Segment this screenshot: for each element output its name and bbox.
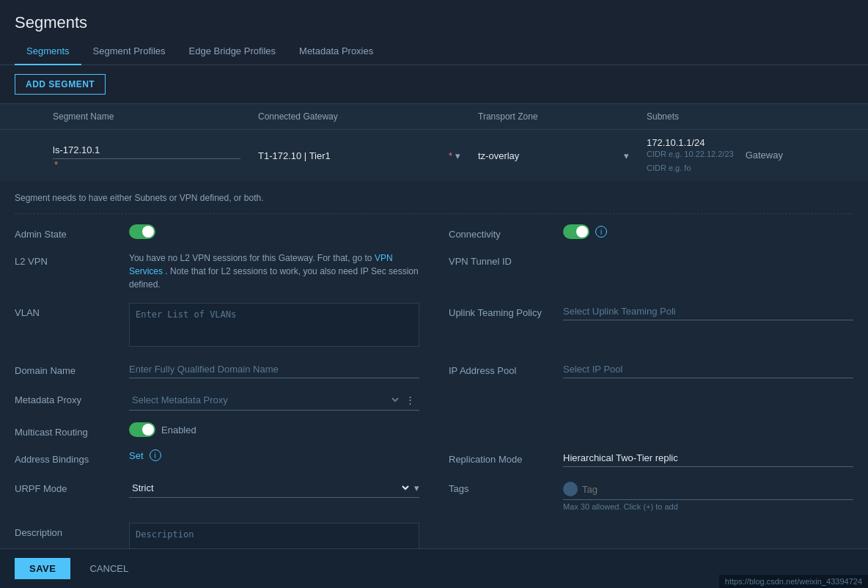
tag-wrap bbox=[563, 479, 853, 500]
metadata-select-wrap: Select Metadata Proxy ⋮ bbox=[129, 390, 419, 411]
address-bindings-control: Set i bbox=[129, 449, 419, 461]
tags-control: Max 30 allowed. Click (+) to add bbox=[563, 479, 853, 511]
connectivity-row: Connectivity i bbox=[449, 224, 853, 240]
gateway-required-star: * bbox=[449, 150, 452, 161]
domain-name-row: Domain Name bbox=[15, 361, 419, 378]
vlan-textarea[interactable] bbox=[129, 303, 419, 347]
vpn-tunnel-label: VPN Tunnel ID bbox=[449, 251, 551, 267]
tab-metadata-proxies[interactable]: Metadata Proxies bbox=[287, 38, 385, 65]
uplink-control: Select Uplink Teaming Poli bbox=[563, 303, 853, 320]
tags-label: Tags bbox=[449, 479, 551, 494]
metadata-proxy-label: Metadata Proxy bbox=[15, 390, 117, 405]
tag-color-circle[interactable] bbox=[563, 482, 578, 496]
required-star: * bbox=[54, 159, 58, 170]
address-bindings-row: Address Bindings Set i bbox=[15, 449, 419, 467]
transport-zone-value: tz-overlay bbox=[478, 150, 621, 161]
uplink-teaming-row: Uplink Teaming Policy Select Uplink Team… bbox=[449, 303, 853, 349]
metadata-proxy-select[interactable]: Select Metadata Proxy bbox=[129, 394, 401, 406]
metadata-more-icon[interactable]: ⋮ bbox=[401, 393, 419, 407]
l2-vpn-control: You have no L2 VPN sessions for this Gat… bbox=[129, 251, 419, 291]
admin-state-toggle[interactable] bbox=[129, 224, 155, 239]
ip-pool-row: IP Address Pool Select IP Pool bbox=[449, 361, 853, 378]
segment-notice: Segment needs to have either Subnets or … bbox=[15, 193, 853, 214]
tags-hint: Max 30 allowed. Click (+) to add bbox=[563, 500, 853, 511]
cidr-hint2: CIDR e.g. fo bbox=[647, 162, 859, 174]
vlan-control bbox=[129, 303, 419, 349]
table-row: * T1-172.10 | Tier1 * ▾ tz-overlay ▾ 172… bbox=[0, 130, 868, 588]
domain-name-control bbox=[129, 361, 419, 378]
tab-segments[interactable]: Segments bbox=[15, 38, 81, 65]
tab-segment-profiles[interactable]: Segment Profiles bbox=[81, 38, 177, 65]
gateway-label: Gateway bbox=[746, 148, 783, 162]
address-bindings-label: Address Bindings bbox=[15, 449, 117, 465]
multicast-routing-control: Enabled bbox=[129, 422, 419, 437]
urpf-mode-label: URPF Mode bbox=[15, 479, 117, 494]
tags-row: Tags Max 30 allowed. Click (+) to add bbox=[449, 479, 853, 511]
admin-state-label: Admin State bbox=[15, 224, 117, 240]
replication-mode-label: Replication Mode bbox=[449, 449, 551, 465]
tab-edge-bridge-profiles[interactable]: Edge Bridge Profiles bbox=[177, 38, 288, 65]
multicast-routing-row: Multicast Routing Enabled bbox=[15, 422, 419, 438]
multicast-routing-toggle[interactable] bbox=[129, 422, 155, 437]
page-title: Segments bbox=[0, 0, 868, 38]
row-checkbox-cell bbox=[0, 151, 44, 160]
address-bindings-info-icon[interactable]: i bbox=[150, 449, 161, 461]
domain-name-label: Domain Name bbox=[15, 361, 117, 376]
domain-name-input[interactable] bbox=[129, 361, 419, 378]
add-segment-button[interactable]: ADD SEGMENT bbox=[15, 74, 106, 95]
th-transport-zone: Transport Zone bbox=[469, 104, 638, 129]
cancel-button[interactable]: CANCEL bbox=[79, 558, 139, 579]
subnet-value: 172.10.1.1/24 bbox=[647, 137, 859, 148]
segment-row-header: * T1-172.10 | Tier1 * ▾ tz-overlay ▾ 172… bbox=[0, 130, 868, 181]
connectivity-label: Connectivity bbox=[449, 224, 551, 240]
vpn-text: You have no L2 VPN sessions for this Gat… bbox=[129, 251, 419, 291]
urpf-dropdown-arrow: ▾ bbox=[414, 482, 419, 493]
multicast-enabled-text: Enabled bbox=[161, 425, 196, 436]
subnets-cell: 172.10.1.1/24 CIDR e.g. 10.22.12.2/23 Ga… bbox=[638, 133, 868, 178]
replication-mode-control: Hierarchical Two-Tier replic bbox=[563, 449, 853, 467]
admin-state-control bbox=[129, 224, 419, 239]
th-segment-name: Segment Name bbox=[44, 104, 249, 129]
segment-name-cell: * bbox=[44, 137, 249, 174]
urpf-mode-control: Strict None ▾ bbox=[129, 479, 419, 498]
url-bar: https://blog.csdn.net/weixin_43394724 bbox=[719, 575, 868, 588]
vlan-row: VLAN bbox=[15, 303, 419, 349]
th-checkbox bbox=[0, 104, 44, 129]
ip-pool-label: IP Address Pool bbox=[449, 361, 551, 376]
uplink-label: Uplink Teaming Policy bbox=[449, 303, 551, 318]
address-bindings-set-link[interactable]: Set bbox=[129, 450, 144, 461]
ip-pool-control: Select IP Pool bbox=[563, 361, 853, 378]
save-button[interactable]: SAVE bbox=[15, 558, 70, 579]
uplink-select[interactable]: Select Uplink Teaming Poli bbox=[563, 303, 853, 320]
tag-input[interactable] bbox=[582, 484, 853, 495]
ip-pool-select[interactable]: Select IP Pool bbox=[563, 361, 853, 378]
connectivity-control: i bbox=[563, 224, 853, 239]
vlan-label: VLAN bbox=[15, 303, 117, 318]
multicast-routing-label: Multicast Routing bbox=[15, 422, 117, 438]
tabs-nav: Segments Segment Profiles Edge Bridge Pr… bbox=[0, 38, 868, 65]
form-grid: Admin State Connectivity i L2 VPN You ha bbox=[15, 224, 853, 569]
gateway-value: T1-172.10 | Tier1 bbox=[258, 150, 447, 161]
l2-vpn-label: L2 VPN bbox=[15, 251, 117, 267]
gateway-dropdown-arrow[interactable]: ▾ bbox=[455, 150, 460, 161]
metadata-proxy-row: Metadata Proxy Select Metadata Proxy ⋮ bbox=[15, 390, 419, 411]
urpf-mode-row: URPF Mode Strict None ▾ bbox=[15, 479, 419, 511]
cidr-hint1: CIDR e.g. 10.22.12.2/23 bbox=[647, 148, 734, 162]
urpf-mode-select[interactable]: Strict None bbox=[129, 482, 411, 494]
th-subnets: Subnets bbox=[638, 104, 868, 129]
connected-gateway-cell: T1-172.10 | Tier1 * ▾ bbox=[249, 146, 469, 166]
urpf-select-wrap: Strict None ▾ bbox=[129, 479, 419, 498]
replication-mode-row: Replication Mode Hierarchical Two-Tier r… bbox=[449, 449, 853, 467]
segment-name-input[interactable] bbox=[53, 142, 240, 159]
table-header: Segment Name Connected Gateway Transport… bbox=[0, 103, 868, 130]
admin-state-row: Admin State bbox=[15, 224, 419, 240]
connectivity-info-icon[interactable]: i bbox=[595, 226, 607, 238]
connectivity-toggle[interactable] bbox=[563, 224, 589, 239]
th-gateway: Connected Gateway bbox=[249, 104, 469, 129]
toolbar: ADD SEGMENT bbox=[0, 65, 868, 103]
vpn-tunnel-row: VPN Tunnel ID bbox=[449, 251, 853, 291]
description-label: Description bbox=[15, 523, 117, 538]
metadata-proxy-control: Select Metadata Proxy ⋮ bbox=[129, 390, 419, 411]
zone-dropdown-arrow[interactable]: ▾ bbox=[624, 150, 629, 161]
transport-zone-cell: tz-overlay ▾ bbox=[469, 146, 638, 166]
